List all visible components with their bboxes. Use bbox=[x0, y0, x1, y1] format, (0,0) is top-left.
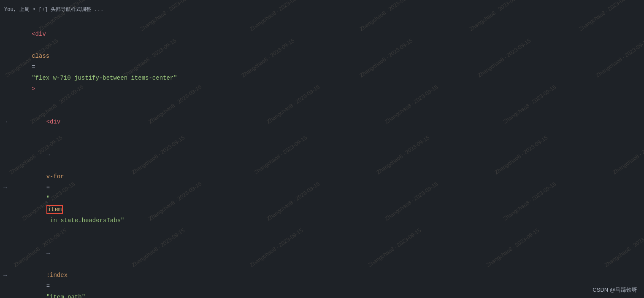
code-line-3: → → v-for = " item in state.headersTabs" bbox=[0, 138, 644, 237]
line-content: <div class = "flex w-710 justify-between… bbox=[3, 18, 177, 105]
editor-container: Zhangchao8 · 2023-09-15 Zhangchao8 · 202… bbox=[0, 0, 644, 298]
code-editor: You, 上周 • [+] 头部导航样式调整 ... <div class = … bbox=[0, 0, 644, 298]
bottom-label: CSDN @马蹄铁呀 bbox=[593, 286, 637, 294]
code-line-1: <div class = "flex w-710 justify-between… bbox=[0, 18, 644, 105]
info-bar: You, 上周 • [+] 头部导航样式调整 ... bbox=[0, 3, 644, 17]
item-keyword: item bbox=[46, 205, 63, 214]
code-line-4: → → :index = "item.path" bbox=[0, 237, 644, 298]
code-line-2: → <div bbox=[0, 105, 644, 138]
info-bar-text: You, 上周 • [+] 头部导航样式调整 ... bbox=[4, 4, 103, 15]
